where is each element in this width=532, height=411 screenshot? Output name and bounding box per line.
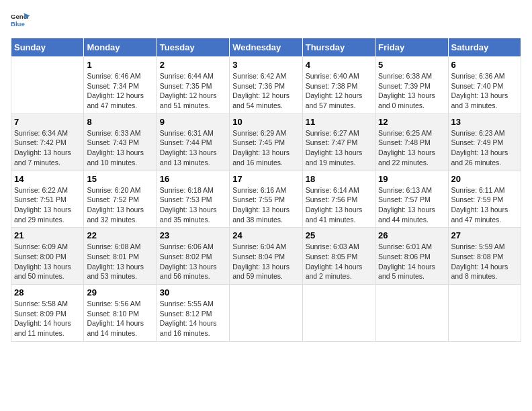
calendar-cell: 30Sunrise: 5:55 AM Sunset: 8:12 PM Dayli…: [157, 285, 229, 342]
calendar-header-row: SundayMondayTuesdayWednesdayThursdayFrid…: [11, 38, 521, 57]
calendar-cell: 12Sunrise: 6:25 AM Sunset: 7:48 PM Dayli…: [375, 113, 448, 171]
calendar-cell: 19Sunrise: 6:13 AM Sunset: 7:57 PM Dayli…: [375, 171, 448, 228]
day-number: 30: [160, 287, 226, 298]
calendar-cell: 23Sunrise: 6:06 AM Sunset: 8:02 PM Dayli…: [157, 228, 229, 285]
calendar-cell: 3Sunrise: 6:42 AM Sunset: 7:36 PM Daylig…: [230, 57, 302, 114]
calendar-cell: 8Sunrise: 6:33 AM Sunset: 7:43 PM Daylig…: [84, 113, 157, 171]
day-content: Sunrise: 5:55 AM Sunset: 8:12 PM Dayligh…: [160, 299, 226, 338]
day-content: Sunrise: 6:38 AM Sunset: 7:39 PM Dayligh…: [378, 71, 445, 111]
calendar-table: SundayMondayTuesdayWednesdayThursdayFrid…: [11, 38, 521, 342]
calendar-week-row: 28Sunrise: 5:58 AM Sunset: 8:09 PM Dayli…: [11, 285, 521, 342]
day-content: Sunrise: 5:58 AM Sunset: 8:09 PM Dayligh…: [14, 299, 81, 338]
day-content: Sunrise: 6:16 AM Sunset: 7:55 PM Dayligh…: [232, 185, 299, 225]
calendar-cell: 20Sunrise: 6:11 AM Sunset: 7:59 PM Dayli…: [448, 171, 521, 228]
day-number: 17: [232, 174, 299, 184]
day-number: 14: [14, 174, 81, 184]
day-content: Sunrise: 6:44 AM Sunset: 7:35 PM Dayligh…: [160, 71, 226, 111]
day-content: Sunrise: 6:04 AM Sunset: 8:04 PM Dayligh…: [232, 242, 299, 281]
day-content: Sunrise: 6:46 AM Sunset: 7:34 PM Dayligh…: [87, 71, 153, 111]
calendar-body: 1Sunrise: 6:46 AM Sunset: 7:34 PM Daylig…: [11, 57, 521, 342]
day-number: 9: [160, 117, 226, 127]
day-header-saturday: Saturday: [448, 38, 521, 57]
calendar-cell: [230, 285, 302, 342]
day-content: Sunrise: 6:09 AM Sunset: 8:00 PM Dayligh…: [14, 242, 81, 281]
calendar-cell: [11, 57, 84, 114]
header: General Blue: [11, 11, 521, 30]
day-content: Sunrise: 5:59 AM Sunset: 8:08 PM Dayligh…: [451, 242, 518, 281]
calendar-cell: 6Sunrise: 6:36 AM Sunset: 7:40 PM Daylig…: [448, 57, 521, 114]
day-number: 20: [451, 174, 518, 184]
calendar-cell: 11Sunrise: 6:27 AM Sunset: 7:47 PM Dayli…: [302, 113, 375, 171]
day-number: 8: [87, 117, 153, 127]
calendar-week-row: 1Sunrise: 6:46 AM Sunset: 7:34 PM Daylig…: [11, 57, 521, 114]
day-number: 25: [306, 230, 372, 240]
day-number: 1: [87, 60, 153, 70]
day-content: Sunrise: 6:40 AM Sunset: 7:38 PM Dayligh…: [306, 71, 372, 111]
day-header-wednesday: Wednesday: [230, 38, 302, 57]
day-number: 27: [451, 230, 518, 240]
day-content: Sunrise: 6:03 AM Sunset: 8:05 PM Dayligh…: [306, 242, 372, 281]
day-number: 24: [232, 230, 299, 240]
day-content: Sunrise: 6:42 AM Sunset: 7:36 PM Dayligh…: [232, 71, 299, 111]
day-number: 13: [451, 117, 518, 127]
day-number: 10: [232, 117, 299, 127]
calendar-cell: 4Sunrise: 6:40 AM Sunset: 7:38 PM Daylig…: [302, 57, 375, 114]
day-content: Sunrise: 6:14 AM Sunset: 7:56 PM Dayligh…: [306, 185, 372, 225]
day-number: 4: [306, 60, 372, 70]
calendar-cell: [375, 285, 448, 342]
day-number: 21: [14, 230, 81, 240]
day-number: 5: [378, 60, 445, 70]
day-number: 12: [378, 117, 445, 127]
calendar-cell: 17Sunrise: 6:16 AM Sunset: 7:55 PM Dayli…: [230, 171, 302, 228]
day-content: Sunrise: 6:18 AM Sunset: 7:53 PM Dayligh…: [160, 185, 226, 225]
day-number: 3: [232, 60, 299, 70]
calendar-cell: 26Sunrise: 6:01 AM Sunset: 8:06 PM Dayli…: [375, 228, 448, 285]
day-content: Sunrise: 6:27 AM Sunset: 7:47 PM Dayligh…: [306, 128, 372, 168]
logo-icon: General Blue: [11, 11, 30, 30]
day-number: 2: [160, 60, 226, 70]
day-header-thursday: Thursday: [302, 38, 375, 57]
calendar-week-row: 7Sunrise: 6:34 AM Sunset: 7:42 PM Daylig…: [11, 113, 521, 171]
logo: General Blue: [11, 11, 30, 30]
calendar-cell: 24Sunrise: 6:04 AM Sunset: 8:04 PM Dayli…: [230, 228, 302, 285]
calendar-cell: 15Sunrise: 6:20 AM Sunset: 7:52 PM Dayli…: [84, 171, 157, 228]
day-content: Sunrise: 6:13 AM Sunset: 7:57 PM Dayligh…: [378, 185, 445, 225]
day-header-tuesday: Tuesday: [157, 38, 229, 57]
calendar-cell: 2Sunrise: 6:44 AM Sunset: 7:35 PM Daylig…: [157, 57, 229, 114]
calendar-cell: 1Sunrise: 6:46 AM Sunset: 7:34 PM Daylig…: [84, 57, 157, 114]
day-content: Sunrise: 6:22 AM Sunset: 7:51 PM Dayligh…: [14, 185, 81, 225]
day-content: Sunrise: 5:56 AM Sunset: 8:10 PM Dayligh…: [87, 299, 153, 338]
calendar-week-row: 21Sunrise: 6:09 AM Sunset: 8:00 PM Dayli…: [11, 228, 521, 285]
day-number: 11: [306, 117, 372, 127]
svg-text:Blue: Blue: [11, 20, 25, 28]
day-content: Sunrise: 6:11 AM Sunset: 7:59 PM Dayligh…: [451, 185, 518, 225]
calendar-cell: 10Sunrise: 6:29 AM Sunset: 7:45 PM Dayli…: [230, 113, 302, 171]
day-number: 29: [87, 287, 153, 298]
calendar-cell: 22Sunrise: 6:08 AM Sunset: 8:01 PM Dayli…: [84, 228, 157, 285]
day-number: 26: [378, 230, 445, 240]
calendar-cell: [302, 285, 375, 342]
calendar-cell: 9Sunrise: 6:31 AM Sunset: 7:44 PM Daylig…: [157, 113, 229, 171]
day-content: Sunrise: 6:36 AM Sunset: 7:40 PM Dayligh…: [451, 71, 518, 111]
calendar-cell: 25Sunrise: 6:03 AM Sunset: 8:05 PM Dayli…: [302, 228, 375, 285]
calendar-week-row: 14Sunrise: 6:22 AM Sunset: 7:51 PM Dayli…: [11, 171, 521, 228]
day-number: 23: [160, 230, 226, 240]
calendar-cell: [448, 285, 521, 342]
day-content: Sunrise: 6:01 AM Sunset: 8:06 PM Dayligh…: [378, 242, 445, 281]
day-number: 19: [378, 174, 445, 184]
calendar-cell: 18Sunrise: 6:14 AM Sunset: 7:56 PM Dayli…: [302, 171, 375, 228]
calendar-cell: 21Sunrise: 6:09 AM Sunset: 8:00 PM Dayli…: [11, 228, 84, 285]
calendar-cell: 13Sunrise: 6:23 AM Sunset: 7:49 PM Dayli…: [448, 113, 521, 171]
day-number: 7: [14, 117, 81, 127]
day-number: 18: [306, 174, 372, 184]
day-number: 16: [160, 174, 226, 184]
day-header-sunday: Sunday: [11, 38, 84, 57]
day-content: Sunrise: 6:08 AM Sunset: 8:01 PM Dayligh…: [87, 242, 153, 281]
day-content: Sunrise: 6:33 AM Sunset: 7:43 PM Dayligh…: [87, 128, 153, 168]
day-number: 15: [87, 174, 153, 184]
day-content: Sunrise: 6:23 AM Sunset: 7:49 PM Dayligh…: [451, 128, 518, 168]
day-content: Sunrise: 6:20 AM Sunset: 7:52 PM Dayligh…: [87, 185, 153, 225]
day-header-friday: Friday: [375, 38, 448, 57]
calendar-cell: 5Sunrise: 6:38 AM Sunset: 7:39 PM Daylig…: [375, 57, 448, 114]
day-content: Sunrise: 6:25 AM Sunset: 7:48 PM Dayligh…: [378, 128, 445, 168]
